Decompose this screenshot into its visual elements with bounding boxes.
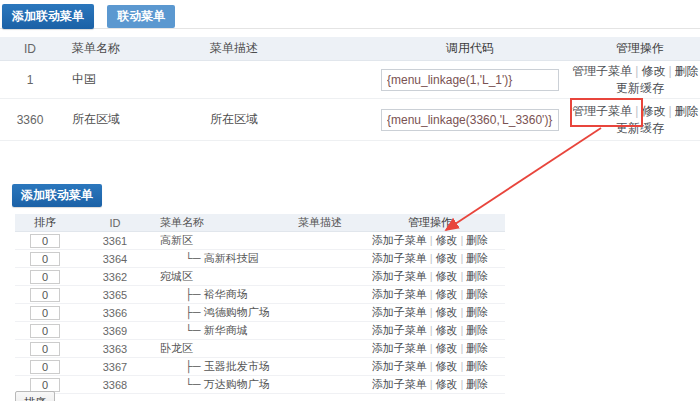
delete-link[interactable]: 删除 [466,324,488,336]
sort-input[interactable] [30,270,60,284]
table-row: 3361 高新区 添加子菜单|修改|删除 [15,232,505,250]
column-header-desc: 菜单描述 [285,215,355,230]
sort-input[interactable] [30,306,60,320]
column-header-code: 调用代码 [370,40,570,57]
table-row: 3367 ├─ 玉器批发市场 添加子菜单|修改|删除 [15,358,505,376]
table-row: 3362 宛城区 添加子菜单|修改|删除 [15,268,505,286]
submenu-section: 添加联动菜单 排序 ID 菜单名称 菜单描述 管理操作 3361 高新区 添加子… [0,184,700,394]
code-input[interactable] [381,109,559,131]
sort-input[interactable] [30,360,60,374]
edit-link[interactable]: 修改 [641,64,665,78]
sort-input[interactable] [30,324,60,338]
row-operations: 添加子菜单|修改|删除 [355,305,505,320]
sort-input[interactable] [30,378,60,392]
column-header-sort: 排序 [15,215,75,230]
edit-link[interactable]: 修改 [436,288,458,300]
delete-link[interactable]: 删除 [466,288,488,300]
delete-link[interactable]: 删除 [466,306,488,318]
delete-link[interactable]: 删除 [466,234,488,246]
row-id: 1 [0,73,60,87]
row-operations: 添加子菜单|修改|删除 [355,323,505,338]
delete-link[interactable]: 删除 [675,64,699,78]
edit-link[interactable]: 修改 [436,378,458,390]
row-id: 3364 [75,253,155,265]
update-cache-link[interactable]: 更新缓存 [616,81,664,95]
column-header-name: 菜单名称 [60,40,210,57]
table-row: 3366 ├─ 鸿德购物广场 添加子菜单|修改|删除 [15,304,505,322]
delete-link[interactable]: 删除 [466,270,488,282]
sort-button[interactable]: 排序 [15,391,55,401]
column-header-name: 菜单名称 [155,215,285,230]
row-name: └─ 新华商城 [155,323,285,338]
table-row: 3363 卧龙区 添加子菜单|修改|删除 [15,340,505,358]
sort-input[interactable] [30,234,60,248]
table-row: 3369 └─ 新华商城 添加子菜单|修改|删除 [15,322,505,340]
row-id: 3362 [75,271,155,283]
row-name: 卧龙区 [155,341,285,356]
column-header-id: ID [0,42,60,56]
column-header-ops: 管理操作 [355,215,505,230]
add-submenu-link[interactable]: 添加子菜单 [372,306,427,318]
add-submenu-link[interactable]: 添加子菜单 [372,378,427,390]
linkage-menu-table: ID 菜单名称 菜单描述 调用代码 管理操作 1 中国 管理子菜单|修改|删除|… [0,37,700,141]
manage-submenu-link[interactable]: 管理子菜单 [572,64,632,78]
delete-link[interactable]: 删除 [466,252,488,264]
row-id: 3369 [75,325,155,337]
add-submenu-link[interactable]: 添加子菜单 [372,234,427,246]
code-input[interactable] [381,69,559,91]
submenu-table: 排序 ID 菜单名称 菜单描述 管理操作 3361 高新区 添加子菜单|修改|删… [15,214,505,394]
manage-submenu-link[interactable]: 管理子菜单 [572,104,632,118]
row-name: ├─ 玉器批发市场 [155,359,285,374]
edit-link[interactable]: 修改 [641,104,665,118]
row-name: └─ 高新科技园 [155,251,285,266]
add-submenu-link[interactable]: 添加子菜单 [372,342,427,354]
row-name: ├─ 裕华商场 [155,287,285,302]
edit-link[interactable]: 修改 [436,234,458,246]
row-id: 3360 [0,113,60,127]
row-name: └─ 万达购物广场 [155,377,285,392]
sort-input[interactable] [30,342,60,356]
linkage-menu-button[interactable]: 联动菜单 [107,5,175,28]
edit-link[interactable]: 修改 [436,252,458,264]
row-name: 中国 [60,71,210,88]
row-operations: 添加子菜单|修改|删除 [355,269,505,284]
edit-link[interactable]: 修改 [436,324,458,336]
edit-link[interactable]: 修改 [436,342,458,354]
add-submenu-link[interactable]: 添加子菜单 [372,252,427,264]
add-linkage-submenu-button[interactable]: 添加联动菜单 [12,184,102,207]
toolbar: 添加联动菜单 联动菜单 [0,0,700,29]
row-operations: 添加子菜单|修改|删除 [355,233,505,248]
add-linkage-menu-button[interactable]: 添加联动菜单 [2,4,94,29]
delete-link[interactable]: 删除 [675,104,699,118]
row-name: 高新区 [155,233,285,248]
edit-link[interactable]: 修改 [436,360,458,372]
add-submenu-link[interactable]: 添加子菜单 [372,360,427,372]
sort-input[interactable] [30,252,60,266]
row-operations: 添加子菜单|修改|删除 [355,359,505,374]
delete-link[interactable]: 删除 [466,360,488,372]
table-header-row: ID 菜单名称 菜单描述 调用代码 管理操作 [0,37,700,61]
row-name: 宛城区 [155,269,285,284]
table-row: 3364 └─ 高新科技园 添加子菜单|修改|删除 [15,250,505,268]
row-name: 所在区域 [60,111,210,128]
row-id: 3365 [75,289,155,301]
add-submenu-link[interactable]: 添加子菜单 [372,270,427,282]
add-submenu-link[interactable]: 添加子菜单 [372,324,427,336]
row-operations: 管理子菜单|修改|删除| 更新缓存 [570,63,700,97]
row-id: 3363 [75,343,155,355]
add-submenu-link[interactable]: 添加子菜单 [372,288,427,300]
linkage-menu-admin-page: 添加联动菜单 联动菜单 ID 菜单名称 菜单描述 调用代码 管理操作 1 中国 … [0,0,700,401]
sort-input[interactable] [30,288,60,302]
row-operations: 添加子菜单|修改|删除 [355,341,505,356]
edit-link[interactable]: 修改 [436,306,458,318]
column-header-desc: 菜单描述 [210,40,370,57]
table-row: 3368 └─ 万达购物广场 添加子菜单|修改|删除 [15,376,505,394]
update-cache-link[interactable]: 更新缓存 [616,121,664,135]
row-name: ├─ 鸿德购物广场 [155,305,285,320]
delete-link[interactable]: 删除 [466,378,488,390]
row-operations: 添加子菜单|修改|删除 [355,251,505,266]
row-operations: 添加子菜单|修改|删除 [355,377,505,392]
edit-link[interactable]: 修改 [436,270,458,282]
delete-link[interactable]: 删除 [466,342,488,354]
row-id: 3366 [75,307,155,319]
